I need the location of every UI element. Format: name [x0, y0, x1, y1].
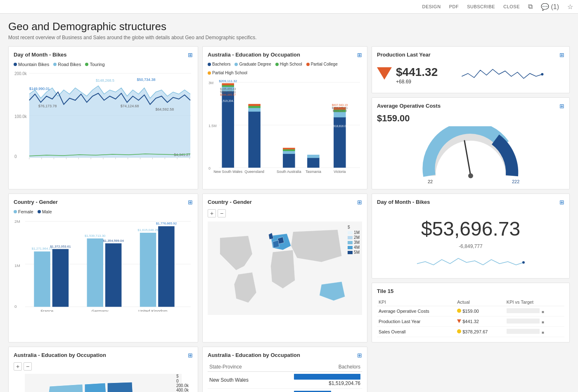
comment-icon[interactable]: 💬 (1) — [541, 3, 559, 11]
svg-text:South Australia: South Australia — [277, 170, 301, 174]
svg-text:0: 0 — [208, 166, 211, 170]
tile-edu-occ-table-menu[interactable]: ⊞ — [357, 352, 362, 359]
svg-text:$1,776,665.92: $1,776,665.92 — [156, 222, 177, 225]
day-bikes-delta: -6,849,777 — [377, 243, 564, 249]
svg-text:$76,173.78: $76,173.78 — [38, 104, 57, 108]
tile-15: Tile 15 KPI Actual KPI vs Target Average… — [372, 283, 570, 342]
page-subtitle: Most recent overview of Business and Sal… — [8, 35, 570, 40]
pdf-action[interactable]: PDF — [449, 4, 459, 9]
kpi-actual-prod: $441.32 — [455, 316, 505, 327]
svg-text:$1,271,964.11: $1,271,964.11 — [32, 247, 52, 250]
kpi-label-prod: Production Last Year — [377, 316, 455, 327]
day-bikes-sparkline — [377, 249, 564, 272]
svg-text:22: 22 — [428, 179, 433, 184]
svg-point-79 — [541, 73, 544, 76]
tile-bikes-line-menu[interactable]: ⊞ — [188, 52, 193, 58]
bachelors-col-header: Bachelors — [292, 362, 362, 372]
svg-text:23: 23 — [163, 159, 167, 160]
legend-road: Road Bikes — [53, 62, 81, 67]
svg-text:3M: 3M — [208, 81, 213, 85]
legend-touring: Touring — [85, 62, 104, 67]
svg-rect-91 — [52, 249, 69, 307]
production-value: $441.32 — [396, 66, 438, 79]
svg-rect-64 — [307, 158, 320, 168]
kpi-indicator-yellow2 — [457, 329, 461, 333]
svg-rect-95 — [87, 239, 103, 307]
value-nsw: $1,519,204.76 — [292, 372, 362, 389]
tile-country-map-menu[interactable]: ⊞ — [357, 199, 362, 205]
subscribe-action[interactable]: SUBSCRIBE — [467, 4, 495, 9]
svg-point-106 — [522, 261, 525, 264]
svg-point-81 — [468, 173, 473, 178]
svg-text:United Kingdom: United Kingdom — [138, 309, 167, 312]
close-action[interactable]: CLOSE — [503, 4, 520, 9]
tile-australia-map-title: Australia - Education by Occupation — [14, 352, 106, 358]
tile-country-gender-menu[interactable]: ⊞ — [188, 199, 193, 205]
tile-edu-occ-menu[interactable]: ⊞ — [357, 52, 362, 58]
svg-rect-96 — [105, 243, 121, 307]
svg-text:Queensland: Queensland — [244, 170, 264, 174]
table-row: New South Wales $1,519,204.76 — [208, 372, 362, 389]
map-zoom-out[interactable]: − — [218, 209, 226, 217]
kpi-table: KPI Actual KPI vs Target Average Operati… — [377, 298, 564, 337]
svg-rect-67 — [334, 112, 346, 118]
svg-text:1M: 1M — [14, 263, 20, 268]
tile-day-bikes-kpi-title: Day of Month - Bikes — [377, 199, 430, 205]
svg-text:$1,519,204.76: $1,519,204.76 — [219, 99, 237, 102]
svg-text:31: 31 — [188, 159, 192, 160]
tile-production-menu[interactable]: ⊞ — [559, 52, 564, 58]
row2-col3: Day of Month - Bikes ⊞ $53,696.73 -6,849… — [372, 194, 570, 342]
aus-map-zoom-in[interactable]: + — [14, 362, 22, 371]
edu-occ-bar-chart: 3M 1.5M 0 $209,111.32 $195,455.43 $384,3… — [208, 78, 362, 178]
svg-text:5: 5 — [53, 159, 55, 160]
svg-text:$494,085.57: $494,085.57 — [220, 93, 236, 96]
svg-text:21: 21 — [151, 159, 154, 160]
design-action[interactable]: DESIGN — [422, 4, 441, 9]
svg-text:$64,592.58: $64,592.58 — [155, 107, 174, 111]
state-province-col-header: State-Province — [208, 362, 292, 372]
tile-avg-costs-menu[interactable]: ⊞ — [559, 103, 564, 109]
svg-rect-100 — [140, 233, 156, 307]
svg-text:17: 17 — [126, 159, 130, 160]
table-row: Queensland $859,847.31 — [208, 389, 362, 392]
svg-text:7: 7 — [65, 159, 67, 160]
svg-text:Victoria: Victoria — [334, 170, 346, 174]
tile-edu-occ-table: Australia - Education by Occupation ⊞ St… — [202, 347, 367, 392]
svg-rect-63 — [283, 148, 295, 149]
svg-text:$293,197.5: $293,197.5 — [333, 109, 347, 112]
svg-text:New South Wales: New South Wales — [213, 170, 243, 174]
gauge-area: 22 222 — [377, 126, 564, 184]
svg-text:France: France — [41, 309, 54, 312]
edu-occ-data-table: State-Province Bachelors New South Wales… — [208, 362, 362, 392]
svg-text:19: 19 — [138, 159, 142, 160]
map-zoom-in[interactable]: + — [208, 209, 216, 217]
target-col-header: KPI vs Target — [505, 298, 564, 306]
svg-text:9: 9 — [78, 159, 80, 160]
svg-text:100.0k: 100.0k — [14, 114, 27, 119]
tile-15-title: Tile 15 — [377, 288, 393, 294]
tile-australia-map-menu[interactable]: ⊞ — [188, 352, 193, 359]
layers-icon[interactable]: ⧉ — [528, 3, 533, 10]
svg-text:Germany: Germany — [92, 309, 109, 312]
legend-male: Male — [38, 209, 52, 214]
tile-edu-occ-title: Australia - Education by Occupation — [208, 52, 300, 58]
svg-text:$209,111.32: $209,111.32 — [219, 79, 237, 83]
australia-map-area: $ 0 200.0k 400.0k 600.0k 800.0k 1M 1.2M — [14, 374, 193, 392]
tile-day-bikes-kpi: Day of Month - Bikes ⊞ $53,696.73 -6,849… — [372, 194, 570, 279]
kpi-actual-sales: $378,297.67 — [455, 327, 505, 337]
tile-production: Production Last Year ⊞ $441.32 +68.69 — [372, 46, 570, 93]
kpi-row-production: Production Last Year $441.32 ■ — [377, 316, 564, 327]
svg-rect-60 — [283, 153, 295, 168]
page-title: Geo and Demographic structures — [8, 20, 570, 33]
aus-map-zoom-out[interactable]: − — [24, 362, 32, 371]
star-icon[interactable]: ☆ — [567, 3, 573, 11]
svg-rect-101 — [158, 226, 174, 307]
state-qld: Queensland — [208, 389, 292, 392]
tile-bikes-line: Day of Month - Bikes ⊞ Mountain Bikes Ro… — [8, 46, 198, 189]
row1-col3: Production Last Year ⊞ $441.32 +68.69 — [372, 46, 570, 189]
kpi-row-avg-costs: Average Operative Costs $159.00 ■ — [377, 306, 564, 316]
tile-day-bikes-kpi-menu[interactable]: ⊞ — [559, 199, 564, 205]
tile-country-gender-title: Country - Gender — [14, 199, 58, 205]
kpi-label-sales: Sales Overall — [377, 327, 455, 337]
svg-text:$1,539,713.30: $1,539,713.30 — [85, 234, 106, 238]
